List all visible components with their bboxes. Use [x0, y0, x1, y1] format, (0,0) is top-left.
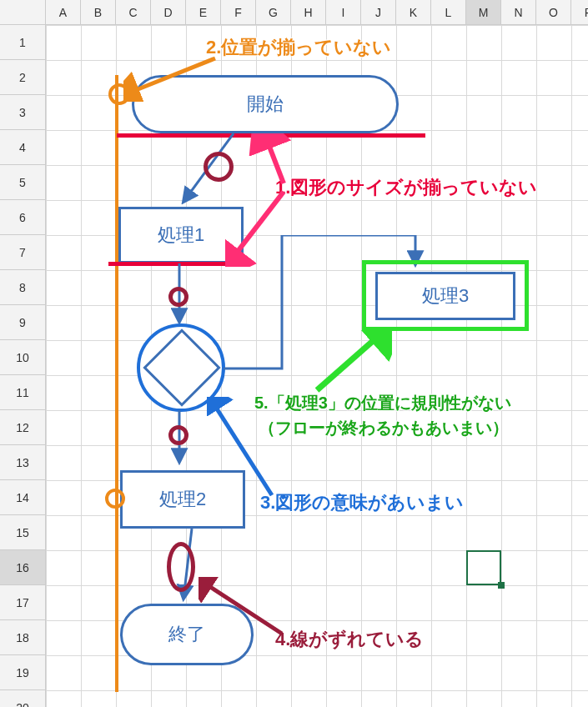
column-header-D[interactable]: D [151, 0, 186, 25]
annotation-3-text: 3.図形の意味があいまい [260, 490, 464, 515]
ring-marker-conn4 [167, 542, 195, 592]
annotation-4-text: 4.線がずれている [275, 627, 424, 652]
column-header-K[interactable]: K [396, 0, 431, 25]
gridline-h [46, 585, 588, 586]
gridline-h [46, 25, 588, 26]
gridline-v [536, 25, 537, 707]
column-header-O[interactable]: O [536, 0, 571, 25]
gridline-v [501, 25, 502, 707]
fill-handle[interactable] [498, 582, 505, 589]
column-header-I[interactable]: I [326, 0, 361, 25]
column-header-M[interactable]: M [466, 0, 501, 25]
annotation-2-arrow [123, 55, 224, 102]
column-header-H[interactable]: H [291, 0, 326, 25]
annotation-5-arrow [309, 330, 392, 397]
column-header-F[interactable]: F [221, 0, 256, 25]
gridline-h [46, 690, 588, 691]
flow-process-1-label: 処理1 [158, 223, 204, 248]
row-header-18[interactable]: 18 [0, 620, 46, 655]
active-cell-box [466, 550, 501, 585]
row-header-16[interactable]: 16 [0, 550, 46, 585]
annotation-5-line2: （フローが終わるかもあいまい） [259, 417, 509, 439]
column-header-C[interactable]: C [116, 0, 151, 25]
flow-process-3[interactable]: 処理3 [375, 272, 515, 320]
row-header-8[interactable]: 8 [0, 270, 46, 305]
guide-line-vertical [115, 75, 118, 692]
row-header-20[interactable]: 20 [0, 690, 46, 707]
row-header-2[interactable]: 2 [0, 60, 46, 95]
flow-process-2-label: 処理2 [159, 487, 206, 512]
row-header-11[interactable]: 11 [0, 375, 46, 410]
gridline-h [46, 550, 588, 551]
svg-line-9 [205, 584, 282, 634]
row-header-17[interactable]: 17 [0, 585, 46, 620]
column-header-A[interactable]: A [46, 0, 81, 25]
row-header-10[interactable]: 10 [0, 340, 46, 375]
flow-process-3-label: 処理3 [422, 283, 469, 308]
row-header-1[interactable]: 1 [0, 25, 46, 60]
gridline-v [46, 25, 47, 707]
svg-line-7 [317, 335, 379, 390]
gridline-v [81, 25, 82, 707]
ring-marker-p2-left [105, 489, 125, 509]
column-header-L[interactable]: L [431, 0, 466, 25]
row-header-12[interactable]: 12 [0, 410, 46, 445]
column-header-J[interactable]: J [361, 0, 396, 25]
column-header-E[interactable]: E [186, 0, 221, 25]
svg-line-8 [214, 404, 272, 495]
row-header-14[interactable]: 14 [0, 480, 46, 515]
select-all-corner[interactable] [0, 0, 46, 25]
row-header-19[interactable]: 19 [0, 655, 46, 690]
row-header-4[interactable]: 4 [0, 130, 46, 165]
ring-marker-conn2 [168, 287, 188, 307]
row-header-6[interactable]: 6 [0, 200, 46, 235]
svg-line-6 [234, 192, 284, 257]
svg-line-5 [267, 140, 284, 183]
flow-start-label: 開始 [247, 92, 284, 117]
annotation-2-text: 2.位置が揃っていない [206, 35, 391, 60]
gridline-v [466, 25, 467, 707]
row-header-9[interactable]: 9 [0, 305, 46, 340]
row-header-3[interactable]: 3 [0, 95, 46, 130]
gridline-h [46, 655, 588, 656]
column-header-P[interactable]: P [571, 0, 588, 25]
column-header-B[interactable]: B [81, 0, 116, 25]
gridline-h [46, 445, 588, 446]
column-header-N[interactable]: N [501, 0, 536, 25]
column-header-G[interactable]: G [256, 0, 291, 25]
row-header-5[interactable]: 5 [0, 165, 46, 200]
annotation-3-arrow [207, 397, 282, 502]
row-header-7[interactable]: 7 [0, 235, 46, 270]
row-header-13[interactable]: 13 [0, 445, 46, 480]
gridline-v [571, 25, 572, 707]
ring-marker-conn3 [168, 425, 188, 445]
svg-line-4 [132, 58, 215, 92]
annotation-1-arrows [225, 133, 325, 267]
excel-worksheet: 開始 処理1 処理3 処理2 [0, 0, 588, 707]
annotation-4-arrow [199, 577, 290, 642]
row-header-15[interactable]: 15 [0, 515, 46, 550]
